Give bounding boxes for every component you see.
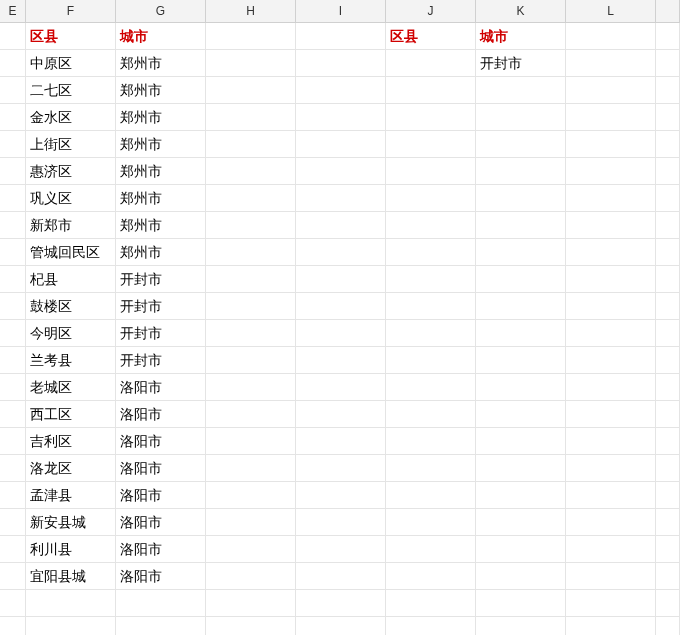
- cell-F[interactable]: 西工区: [26, 401, 116, 428]
- cell-I[interactable]: [296, 428, 386, 455]
- col-header-E[interactable]: E: [0, 0, 26, 22]
- cell-G[interactable]: 洛阳市: [116, 455, 206, 482]
- cell-G[interactable]: 洛阳市: [116, 401, 206, 428]
- cell-fill[interactable]: [656, 77, 680, 104]
- col-header-J[interactable]: J: [386, 0, 476, 22]
- cell-G[interactable]: 郑州市: [116, 50, 206, 77]
- cell-K[interactable]: [476, 563, 566, 590]
- cell-fill[interactable]: [656, 212, 680, 239]
- cell-fill[interactable]: [656, 536, 680, 563]
- cell-E[interactable]: [0, 509, 26, 536]
- cell-K[interactable]: [476, 293, 566, 320]
- cell-J[interactable]: [386, 482, 476, 509]
- cell-I[interactable]: [296, 23, 386, 50]
- cell-I[interactable]: [296, 185, 386, 212]
- cell-H[interactable]: [206, 239, 296, 266]
- cell-E[interactable]: [0, 23, 26, 50]
- cell-fill[interactable]: [656, 455, 680, 482]
- cell-L[interactable]: [566, 590, 656, 617]
- cell-G[interactable]: [116, 617, 206, 635]
- cell-G[interactable]: 洛阳市: [116, 509, 206, 536]
- cell-K[interactable]: [476, 374, 566, 401]
- cell-H[interactable]: [206, 428, 296, 455]
- cell-F[interactable]: 兰考县: [26, 347, 116, 374]
- cell-I[interactable]: [296, 563, 386, 590]
- cell-fill[interactable]: [656, 104, 680, 131]
- cell-fill[interactable]: [656, 266, 680, 293]
- cell-F[interactable]: 管城回民区: [26, 239, 116, 266]
- cell-H[interactable]: [206, 158, 296, 185]
- cell-H[interactable]: [206, 536, 296, 563]
- cell-E[interactable]: [0, 590, 26, 617]
- cell-F[interactable]: 宜阳县城: [26, 563, 116, 590]
- cell-J[interactable]: [386, 212, 476, 239]
- cell-J[interactable]: [386, 158, 476, 185]
- cell-I[interactable]: [296, 293, 386, 320]
- cell-G[interactable]: 郑州市: [116, 212, 206, 239]
- cell-H[interactable]: [206, 374, 296, 401]
- cell-G[interactable]: 洛阳市: [116, 563, 206, 590]
- cell-F[interactable]: 老城区: [26, 374, 116, 401]
- cell-K[interactable]: [476, 536, 566, 563]
- cell-G[interactable]: 洛阳市: [116, 374, 206, 401]
- cell-H[interactable]: [206, 104, 296, 131]
- col-header-K[interactable]: K: [476, 0, 566, 22]
- cell-H[interactable]: [206, 50, 296, 77]
- cell-J[interactable]: [386, 185, 476, 212]
- cell-J[interactable]: [386, 563, 476, 590]
- cell-K[interactable]: [476, 401, 566, 428]
- cell-fill[interactable]: [656, 23, 680, 50]
- cell-E[interactable]: [0, 563, 26, 590]
- cell-K[interactable]: 开封市: [476, 50, 566, 77]
- cell-G[interactable]: 洛阳市: [116, 428, 206, 455]
- cell-fill[interactable]: [656, 131, 680, 158]
- cell-G[interactable]: 郑州市: [116, 158, 206, 185]
- cell-H[interactable]: [206, 266, 296, 293]
- cell-E[interactable]: [0, 293, 26, 320]
- cell-L[interactable]: [566, 293, 656, 320]
- cell-K[interactable]: [476, 239, 566, 266]
- cell-F[interactable]: 今明区: [26, 320, 116, 347]
- cell-K[interactable]: [476, 266, 566, 293]
- cell-L[interactable]: [566, 617, 656, 635]
- cell-F[interactable]: 巩义区: [26, 185, 116, 212]
- cell-H[interactable]: [206, 293, 296, 320]
- cell-J[interactable]: [386, 77, 476, 104]
- cell-G[interactable]: 开封市: [116, 347, 206, 374]
- cell-G[interactable]: 郑州市: [116, 104, 206, 131]
- cell-L[interactable]: [566, 50, 656, 77]
- cell-H[interactable]: [206, 509, 296, 536]
- cell-J[interactable]: [386, 131, 476, 158]
- cell-fill[interactable]: [656, 158, 680, 185]
- cell-E[interactable]: [0, 428, 26, 455]
- cell-L[interactable]: [566, 455, 656, 482]
- cell-fill[interactable]: [656, 50, 680, 77]
- cell-J[interactable]: [386, 266, 476, 293]
- cell-I[interactable]: [296, 374, 386, 401]
- cell-J[interactable]: 区县: [386, 23, 476, 50]
- cell-J[interactable]: [386, 455, 476, 482]
- cell-fill[interactable]: [656, 563, 680, 590]
- cell-L[interactable]: [566, 482, 656, 509]
- cell-G[interactable]: 洛阳市: [116, 482, 206, 509]
- cell-K[interactable]: 城市: [476, 23, 566, 50]
- cell-H[interactable]: [206, 455, 296, 482]
- cell-L[interactable]: [566, 428, 656, 455]
- cell-E[interactable]: [0, 104, 26, 131]
- cell-F[interactable]: 上街区: [26, 131, 116, 158]
- cell-fill[interactable]: [656, 293, 680, 320]
- cell-L[interactable]: [566, 212, 656, 239]
- cell-L[interactable]: [566, 185, 656, 212]
- cell-L[interactable]: [566, 563, 656, 590]
- cell-J[interactable]: [386, 401, 476, 428]
- cell-G[interactable]: 郑州市: [116, 239, 206, 266]
- cell-J[interactable]: [386, 509, 476, 536]
- cell-K[interactable]: [476, 131, 566, 158]
- cell-I[interactable]: [296, 131, 386, 158]
- cell-G[interactable]: 开封市: [116, 266, 206, 293]
- cell-fill[interactable]: [656, 239, 680, 266]
- cell-J[interactable]: [386, 320, 476, 347]
- cell-J[interactable]: [386, 50, 476, 77]
- cell-H[interactable]: [206, 347, 296, 374]
- cell-J[interactable]: [386, 536, 476, 563]
